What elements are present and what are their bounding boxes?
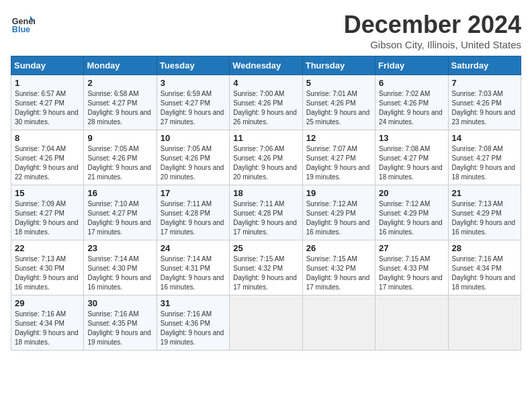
calendar-table: SundayMondayTuesdayWednesdayThursdayFrid… (11, 56, 521, 351)
day-number: 28 (452, 243, 517, 253)
calendar-cell (448, 295, 521, 351)
cell-sun-info: Sunrise: 7:14 AMSunset: 4:30 PMDaylight:… (87, 255, 152, 292)
day-number: 11 (233, 133, 298, 143)
day-number: 2 (87, 78, 152, 88)
cell-sun-info: Sunrise: 7:16 AMSunset: 4:36 PMDaylight:… (161, 310, 226, 347)
calendar-cell: 19Sunrise: 7:12 AMSunset: 4:29 PMDayligh… (302, 185, 375, 240)
cell-sun-info: Sunrise: 7:13 AMSunset: 4:30 PMDaylight:… (15, 255, 80, 292)
cell-sun-info: Sunrise: 7:15 AMSunset: 4:32 PMDaylight:… (233, 255, 298, 292)
day-number: 6 (379, 78, 444, 88)
calendar-cell: 17Sunrise: 7:11 AMSunset: 4:28 PMDayligh… (157, 185, 229, 240)
calendar-header-row: SundayMondayTuesdayWednesdayThursdayFrid… (11, 56, 521, 75)
day-number: 3 (161, 78, 226, 88)
cell-sun-info: Sunrise: 7:07 AMSunset: 4:27 PMDaylight:… (306, 144, 371, 182)
cell-sun-info: Sunrise: 7:08 AMSunset: 4:27 PMDaylight:… (379, 144, 444, 182)
cell-sun-info: Sunrise: 7:04 AMSunset: 4:26 PMDaylight:… (15, 144, 80, 182)
calendar-cell: 13Sunrise: 7:08 AMSunset: 4:27 PMDayligh… (375, 130, 448, 185)
calendar-body: 1Sunrise: 6:57 AMSunset: 4:27 PMDaylight… (11, 75, 521, 351)
cell-sun-info: Sunrise: 7:10 AMSunset: 4:27 PMDaylight:… (87, 199, 152, 237)
cell-sun-info: Sunrise: 6:59 AMSunset: 4:27 PMDaylight:… (161, 89, 226, 127)
cell-sun-info: Sunrise: 6:57 AMSunset: 4:27 PMDaylight:… (15, 89, 80, 127)
calendar-cell: 4Sunrise: 7:00 AMSunset: 4:26 PMDaylight… (230, 75, 302, 130)
cell-sun-info: Sunrise: 7:11 AMSunset: 4:28 PMDaylight:… (233, 199, 298, 237)
calendar-cell: 15Sunrise: 7:09 AMSunset: 4:27 PMDayligh… (11, 185, 84, 240)
calendar-cell: 31Sunrise: 7:16 AMSunset: 4:36 PMDayligh… (157, 295, 229, 351)
cell-sun-info: Sunrise: 7:12 AMSunset: 4:29 PMDaylight:… (306, 199, 371, 237)
day-number: 7 (452, 78, 517, 88)
day-number: 30 (87, 298, 152, 308)
calendar-cell: 27Sunrise: 7:15 AMSunset: 4:33 PMDayligh… (375, 240, 448, 295)
page-header: General Blue December 2024 Gibson City, … (11, 11, 521, 50)
calendar-cell: 18Sunrise: 7:11 AMSunset: 4:28 PMDayligh… (230, 185, 302, 240)
calendar-cell: 28Sunrise: 7:16 AMSunset: 4:34 PMDayligh… (448, 240, 521, 295)
day-number: 31 (161, 298, 226, 308)
cell-sun-info: Sunrise: 7:03 AMSunset: 4:26 PMDaylight:… (452, 89, 517, 127)
calendar-cell: 2Sunrise: 6:58 AMSunset: 4:27 PMDaylight… (84, 75, 157, 130)
day-number: 5 (306, 78, 371, 88)
calendar-cell: 22Sunrise: 7:13 AMSunset: 4:30 PMDayligh… (11, 240, 84, 295)
title-area: December 2024 Gibson City, Illinois, Uni… (344, 11, 521, 50)
calendar-cell: 6Sunrise: 7:02 AMSunset: 4:26 PMDaylight… (375, 75, 448, 130)
calendar-cell: 20Sunrise: 7:12 AMSunset: 4:29 PMDayligh… (375, 185, 448, 240)
cell-sun-info: Sunrise: 7:05 AMSunset: 4:26 PMDaylight:… (161, 144, 226, 182)
calendar-cell: 29Sunrise: 7:16 AMSunset: 4:34 PMDayligh… (11, 295, 84, 351)
cell-sun-info: Sunrise: 7:11 AMSunset: 4:28 PMDaylight:… (161, 199, 226, 237)
day-number: 22 (15, 243, 80, 253)
calendar-cell: 5Sunrise: 7:01 AMSunset: 4:26 PMDaylight… (302, 75, 375, 130)
svg-text:Blue: Blue (12, 25, 30, 34)
calendar-cell: 8Sunrise: 7:04 AMSunset: 4:26 PMDaylight… (11, 130, 84, 185)
day-number: 16 (87, 188, 152, 198)
day-number: 25 (233, 243, 298, 253)
day-number: 8 (15, 133, 80, 143)
cell-sun-info: Sunrise: 7:16 AMSunset: 4:34 PMDaylight:… (452, 255, 517, 292)
calendar-week-1: 1Sunrise: 6:57 AMSunset: 4:27 PMDaylight… (11, 75, 521, 130)
weekday-header-thursday: Thursday (302, 56, 375, 75)
calendar-cell: 1Sunrise: 6:57 AMSunset: 4:27 PMDaylight… (11, 75, 84, 130)
weekday-header-monday: Monday (84, 56, 157, 75)
day-number: 21 (452, 188, 517, 198)
calendar-week-2: 8Sunrise: 7:04 AMSunset: 4:26 PMDaylight… (11, 130, 521, 185)
day-number: 18 (233, 188, 298, 198)
calendar-cell: 25Sunrise: 7:15 AMSunset: 4:32 PMDayligh… (230, 240, 302, 295)
cell-sun-info: Sunrise: 7:00 AMSunset: 4:26 PMDaylight:… (233, 89, 298, 127)
month-title: December 2024 (344, 11, 521, 39)
cell-sun-info: Sunrise: 7:14 AMSunset: 4:31 PMDaylight:… (161, 255, 226, 292)
calendar-cell (302, 295, 375, 351)
logo: General Blue (11, 11, 35, 35)
cell-sun-info: Sunrise: 7:06 AMSunset: 4:26 PMDaylight:… (233, 144, 298, 182)
cell-sun-info: Sunrise: 7:13 AMSunset: 4:29 PMDaylight:… (452, 199, 517, 237)
cell-sun-info: Sunrise: 7:08 AMSunset: 4:27 PMDaylight:… (452, 144, 517, 182)
cell-sun-info: Sunrise: 7:16 AMSunset: 4:34 PMDaylight:… (15, 310, 80, 347)
weekday-header-saturday: Saturday (448, 56, 521, 75)
calendar-cell: 26Sunrise: 7:15 AMSunset: 4:32 PMDayligh… (302, 240, 375, 295)
day-number: 27 (379, 243, 444, 253)
calendar-cell: 12Sunrise: 7:07 AMSunset: 4:27 PMDayligh… (302, 130, 375, 185)
day-number: 24 (161, 243, 226, 253)
day-number: 19 (306, 188, 371, 198)
day-number: 20 (379, 188, 444, 198)
day-number: 15 (15, 188, 80, 198)
day-number: 4 (233, 78, 298, 88)
weekday-header-tuesday: Tuesday (157, 56, 229, 75)
day-number: 17 (161, 188, 226, 198)
day-number: 12 (306, 133, 371, 143)
logo-icon: General Blue (11, 11, 35, 35)
cell-sun-info: Sunrise: 7:15 AMSunset: 4:33 PMDaylight:… (379, 255, 444, 292)
calendar-cell: 21Sunrise: 7:13 AMSunset: 4:29 PMDayligh… (448, 185, 521, 240)
calendar-cell: 11Sunrise: 7:06 AMSunset: 4:26 PMDayligh… (230, 130, 302, 185)
calendar-week-5: 29Sunrise: 7:16 AMSunset: 4:34 PMDayligh… (11, 295, 521, 351)
cell-sun-info: Sunrise: 7:02 AMSunset: 4:26 PMDaylight:… (379, 89, 444, 127)
cell-sun-info: Sunrise: 7:15 AMSunset: 4:32 PMDaylight:… (306, 255, 371, 292)
day-number: 9 (87, 133, 152, 143)
calendar-cell: 14Sunrise: 7:08 AMSunset: 4:27 PMDayligh… (448, 130, 521, 185)
calendar-cell: 30Sunrise: 7:16 AMSunset: 4:35 PMDayligh… (84, 295, 157, 351)
cell-sun-info: Sunrise: 7:09 AMSunset: 4:27 PMDaylight:… (15, 199, 80, 237)
weekday-header-sunday: Sunday (11, 56, 84, 75)
calendar-cell: 10Sunrise: 7:05 AMSunset: 4:26 PMDayligh… (157, 130, 229, 185)
calendar-cell: 3Sunrise: 6:59 AMSunset: 4:27 PMDaylight… (157, 75, 229, 130)
day-number: 13 (379, 133, 444, 143)
calendar-cell (230, 295, 302, 351)
cell-sun-info: Sunrise: 6:58 AMSunset: 4:27 PMDaylight:… (87, 89, 152, 127)
calendar-week-4: 22Sunrise: 7:13 AMSunset: 4:30 PMDayligh… (11, 240, 521, 295)
day-number: 10 (161, 133, 226, 143)
